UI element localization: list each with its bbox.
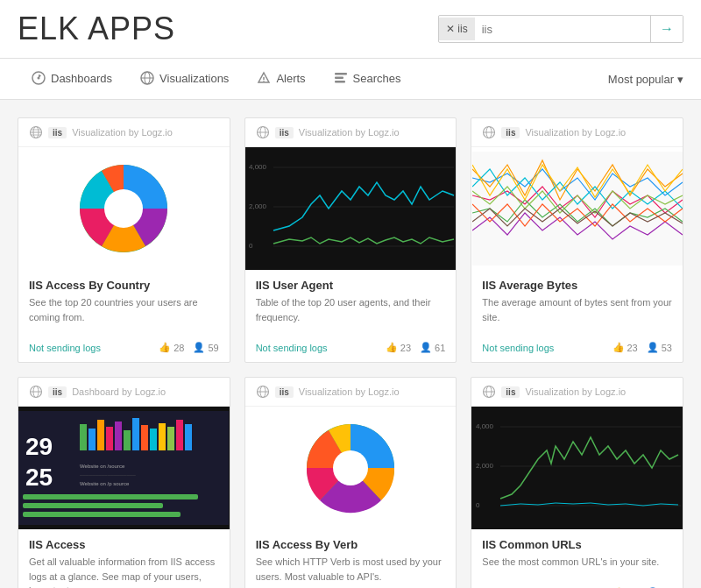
card-by: Visualization by Logz.io (299, 127, 400, 138)
svg-rect-10 (335, 81, 345, 83)
card-header: iis Visualization by Logz.io (471, 118, 683, 147)
card-tag: iis (275, 127, 294, 138)
globe-icon (29, 125, 43, 139)
card-tag: iis (48, 127, 67, 138)
users-stat: 👤 53 (647, 342, 672, 353)
svg-point-7 (264, 81, 265, 81)
search-bar[interactable]: ✕ iis → (438, 15, 683, 43)
card-visual-pie2 (245, 407, 457, 529)
card-body: IIS Access Get all valuable information … (18, 529, 230, 588)
card-desc: See the top 20 countries your users are … (29, 295, 219, 324)
card-iis-access: iis Dashboard by Logz.io 29 25 (18, 377, 230, 588)
card-iis-user-agent: iis Visualization by Logz.io 4,000 2,000… (244, 117, 457, 363)
card-stats: 👍 23 👤 61 (386, 342, 446, 353)
card-iis-average-bytes: iis Visualization by Logz.io IIS Average… (471, 117, 683, 363)
svg-rect-45 (167, 427, 174, 450)
card-title: IIS Average Bytes (482, 279, 672, 292)
card-tag: iis (501, 127, 520, 138)
globe-icon (482, 125, 496, 139)
card-title: IIS User Agent (256, 279, 446, 292)
card-tag: iis (48, 386, 67, 398)
svg-rect-8 (335, 73, 347, 75)
alert-icon (257, 71, 271, 85)
card-iis-common-urls: iis Visualization by Logz.io 4,000 2,000… (471, 377, 683, 588)
svg-rect-49 (23, 503, 163, 508)
not-sending-status[interactable]: Not sending logs (29, 343, 101, 353)
card-by: Dashboard by Logz.io (72, 386, 166, 397)
user-icon: 👤 (193, 342, 205, 353)
card-body: IIS Common URLs See the most common URL'… (471, 529, 683, 582)
user-icon: 👤 (647, 342, 659, 353)
likes-stat: 👍 23 (386, 342, 411, 353)
card-footer: Not sending logs 👍 23 👤 61 (245, 337, 457, 362)
not-sending-status[interactable]: Not sending logs (482, 343, 554, 353)
svg-rect-9 (335, 77, 343, 80)
nav-item-visualizations[interactable]: Visualizations (126, 59, 243, 99)
visualization-icon (140, 71, 154, 85)
svg-rect-35 (80, 424, 87, 450)
svg-rect-37 (97, 420, 104, 450)
card-desc: Table of the top 20 user agents, and the… (256, 295, 446, 324)
chevron-down-icon: ▾ (677, 73, 683, 86)
card-by: Visualization by Logz.io (525, 127, 626, 138)
card-desc: See which HTTP Verb is most used by your… (256, 555, 446, 584)
nav-label-searches: Searches (353, 72, 401, 85)
nav-label-visualizations: Visualizations (159, 72, 229, 85)
svg-rect-38 (106, 427, 113, 450)
nav-item-searches[interactable]: Searches (320, 59, 415, 99)
svg-text:2,000: 2,000 (249, 202, 267, 210)
nav-label-dashboards: Dashboards (51, 72, 112, 85)
cards-grid: iis Visualization by Logz.io IIS Access … (0, 100, 701, 588)
likes-stat: 👍 23 (612, 342, 638, 353)
likes-count: 23 (400, 343, 411, 353)
card-title: IIS Common URLs (482, 538, 672, 551)
card-header: iis Visualization by Logz.io (245, 378, 457, 407)
likes-stat: 👍 28 (159, 342, 184, 353)
globe-icon (482, 385, 496, 399)
search-tag[interactable]: ✕ iis (439, 18, 475, 40)
svg-text:4,000: 4,000 (476, 422, 494, 430)
svg-rect-47 (185, 424, 192, 450)
card-visual-dashboard: 29 25 Website (18, 407, 230, 529)
card-visual-pie (18, 147, 230, 270)
search-submit-button[interactable]: → (650, 16, 683, 42)
svg-rect-39 (115, 422, 122, 450)
users-stat: 👤 61 (420, 342, 445, 353)
searches-icon (334, 71, 348, 85)
card-header: iis Dashboard by Logz.io (18, 378, 230, 407)
svg-text:0: 0 (476, 501, 480, 509)
nav-item-alerts[interactable]: Alerts (243, 59, 319, 99)
card-body: IIS Average Bytes The average amount of … (471, 270, 683, 337)
main-nav: Dashboards Visualizations Alerts Searche… (0, 59, 701, 100)
svg-rect-42 (141, 425, 148, 450)
svg-rect-44 (159, 423, 166, 450)
globe-icon (256, 125, 270, 139)
nav-item-dashboards[interactable]: Dashboards (18, 59, 126, 99)
sort-label: Most popular (608, 73, 674, 86)
card-visual-line-dark2: 4,000 2,000 0 (471, 407, 683, 529)
card-title: IIS Access By Verb (256, 538, 446, 551)
card-body: IIS Access By Verb See which HTTP Verb i… (245, 529, 457, 588)
svg-text:0: 0 (249, 242, 253, 250)
svg-point-17 (104, 189, 143, 228)
svg-text:Website on /source: Website on /source (80, 464, 125, 469)
svg-rect-46 (176, 420, 183, 450)
svg-rect-50 (23, 512, 181, 517)
svg-text:2,000: 2,000 (476, 462, 494, 470)
card-title: IIS Access (29, 538, 219, 551)
card-desc: See the most common URL's in your site. (482, 555, 672, 570)
nav-left: Dashboards Visualizations Alerts Searche… (18, 59, 415, 99)
svg-point-1 (38, 77, 40, 80)
svg-text:25: 25 (25, 464, 53, 491)
like-icon: 👍 (159, 342, 171, 353)
card-header: iis Visualization by Logz.io (471, 378, 683, 407)
card-body: IIS Access By Country See the top 20 cou… (18, 270, 230, 337)
card-visual-line-dark: 4,000 2,000 0 (245, 147, 457, 270)
sort-dropdown[interactable]: Most popular ▾ (608, 73, 683, 86)
user-icon: 👤 (420, 342, 432, 353)
svg-rect-43 (150, 429, 157, 450)
svg-rect-41 (132, 418, 139, 450)
search-input[interactable] (475, 18, 650, 41)
card-by: Visualization by Logz.io (299, 386, 400, 397)
not-sending-status[interactable]: Not sending logs (256, 343, 328, 353)
